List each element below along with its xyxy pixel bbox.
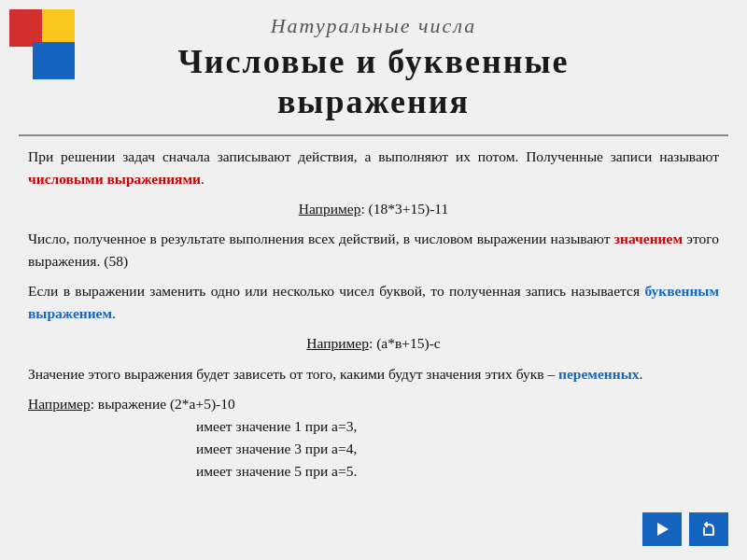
paragraph-3: Если в выражении заменить одно или неско… (28, 280, 719, 325)
para4-start: Значение этого выражения будет зависеть … (28, 366, 558, 382)
svg-marker-0 (657, 523, 669, 536)
deco-corner (9, 9, 75, 75)
para4-end: . (640, 366, 643, 382)
example3-line2: имеет значение 3 при а=4, (196, 438, 719, 460)
deco-yellow-square (42, 9, 75, 42)
example1-label: Например (299, 201, 361, 217)
paragraph-1: При решении задач сначала записывают дей… (28, 146, 719, 190)
example-2-line: Например: (а*в+15)-с (28, 332, 719, 355)
deco-blue-square (33, 42, 75, 79)
para1-highlight: числовыми выражениями (28, 171, 201, 187)
header: Натуральные числа Числовые и буквенные в… (0, 0, 747, 127)
example3-line3: имеет значение 5 при а=5. (196, 460, 719, 483)
example-1-line: Например: (18*3+15)-11 (28, 198, 719, 220)
play-icon (654, 521, 670, 538)
main-content: При решении задач сначала записывают дей… (0, 146, 747, 560)
title-line1: Числовые и буквенные (177, 43, 569, 80)
example1-text: : (18*3+15)-11 (360, 201, 448, 217)
title-line2: выражения (277, 83, 470, 120)
return-button[interactable] (689, 512, 728, 546)
example3-lines: имеет значение 1 при а=3, имеет значение… (196, 415, 719, 483)
slide: Натуральные числа Числовые и буквенные в… (0, 0, 747, 560)
play-button[interactable] (642, 512, 682, 546)
paragraph-2: Число, полученное в результате выполнени… (28, 228, 719, 273)
para2-start: Число, полученное в результате выполнени… (28, 231, 614, 246)
example3-label: Например (28, 396, 91, 412)
example2-text: : (а*в+15)-с (369, 335, 441, 351)
para3-start: Если в выражении заменить одно или неско… (28, 283, 644, 299)
example3-intro: : выражение (2*а+5)-10 (91, 396, 235, 412)
main-title: Числовые и буквенные выражения (19, 42, 728, 122)
para2-highlight: значением (614, 231, 683, 246)
example3-line1: имеет значение 1 при а=3, (196, 415, 719, 438)
para1-text: При решении задач сначала записывают дей… (28, 148, 719, 164)
subtitle: Натуральные числа (19, 14, 728, 38)
deco-red-square (9, 9, 47, 47)
nav-buttons (642, 512, 728, 546)
example-3-block: Например: выражение (2*а+5)-10 имеет зна… (28, 393, 719, 483)
para3-end: . (112, 305, 116, 321)
paragraph-4: Значение этого выражения будет зависеть … (28, 363, 719, 385)
para1-end: . (201, 171, 204, 187)
para4-highlight: переменных (558, 366, 639, 382)
return-icon (700, 521, 717, 538)
example2-label: Например (306, 335, 369, 351)
header-divider (19, 134, 728, 136)
